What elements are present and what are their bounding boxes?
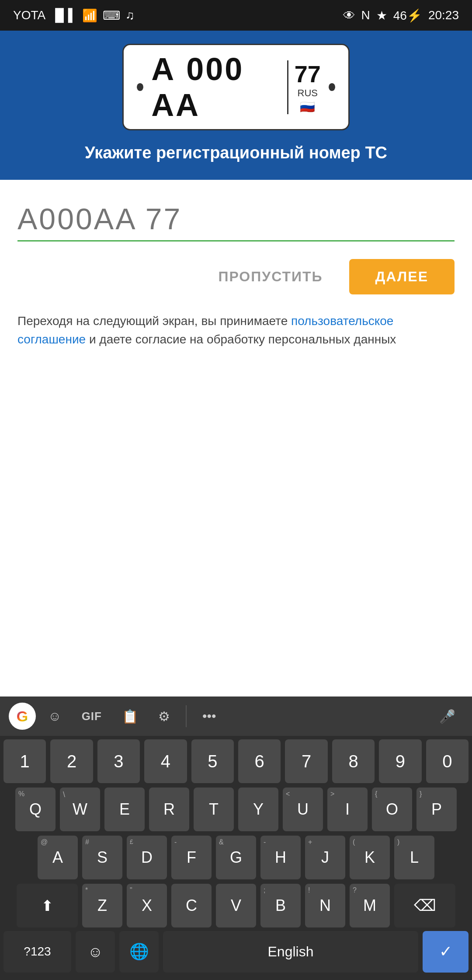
globe-key[interactable]: 🌐 xyxy=(119,931,159,973)
key-v[interactable]: V xyxy=(216,884,256,928)
status-left: YOTA ▐▌▌ 📶 ⌨ ♫ xyxy=(13,8,135,23)
keyboard-a-row: @A #S £D -F &G -H +J (K )L xyxy=(3,836,469,879)
keyboard-icon: ⌨ xyxy=(103,8,120,23)
music-icon: ♫ xyxy=(125,8,135,22)
key-d[interactable]: £D xyxy=(127,836,167,879)
emoji-key[interactable]: ☺ xyxy=(76,931,115,973)
keyboard-number-row-wrapper: 1 2 3 4 5 6 7 8 9 0 %Q \W E R T Y <U >I … xyxy=(0,736,472,928)
key-7[interactable]: 7 xyxy=(285,739,327,783)
license-plate: А 000 АА 77 RUS 🇷🇺 xyxy=(122,44,350,130)
keyboard-bottom-row: ?123 ☺ 🌐 English ✓ xyxy=(0,932,472,980)
key-a[interactable]: @A xyxy=(38,836,78,879)
main-content: ПРОПУСТИТЬ ДАЛЕЕ Переходя на следующий э… xyxy=(0,180,472,362)
plate-region-number: 77 xyxy=(295,60,321,88)
backspace-key[interactable]: ⌫ xyxy=(394,884,455,928)
key-0[interactable]: 0 xyxy=(426,739,469,783)
eye-icon: 👁 xyxy=(343,8,355,23)
settings-toolbar-button[interactable]: ⚙ xyxy=(150,704,178,728)
disclaimer-suffix: и даете согласие на обработку персональн… xyxy=(86,332,396,346)
nfc-icon: N xyxy=(361,8,370,22)
signal-icon: ▐▌▌ xyxy=(51,8,77,22)
key-s[interactable]: #S xyxy=(82,836,122,879)
plate-region-label: RUS xyxy=(298,88,318,99)
key-e[interactable]: E xyxy=(104,788,145,831)
key-g[interactable]: &G xyxy=(216,836,256,879)
key-c[interactable]: C xyxy=(171,884,212,928)
enter-key[interactable]: ✓ xyxy=(423,931,469,973)
carrier-label: YOTA xyxy=(13,8,45,22)
key-5[interactable]: 5 xyxy=(191,739,234,783)
mic-toolbar-button[interactable]: 🎤 xyxy=(431,704,463,728)
clipboard-toolbar-button[interactable]: 📋 xyxy=(114,704,146,728)
keyboard-z-row: ⬆ *Z "X C V ;B !N ?M ⌫ xyxy=(3,884,469,928)
key-k[interactable]: (K xyxy=(350,836,390,879)
key-3[interactable]: 3 xyxy=(97,739,140,783)
key-b[interactable]: ;B xyxy=(260,884,301,928)
key-p[interactable]: }P xyxy=(416,788,457,831)
plate-region: 77 RUS 🇷🇺 xyxy=(287,60,321,114)
key-x[interactable]: "X xyxy=(127,884,167,928)
key-8[interactable]: 8 xyxy=(332,739,375,783)
key-u[interactable]: <U xyxy=(283,788,323,831)
header-title: Укажите регистрационный номер ТС xyxy=(85,144,387,162)
more-toolbar-button[interactable]: ••• xyxy=(194,704,224,728)
key-2[interactable]: 2 xyxy=(50,739,93,783)
key-q[interactable]: %Q xyxy=(15,788,56,831)
on-screen-keyboard: G ☺ GIF 📋 ⚙ ••• 🎤 1 2 3 4 5 6 7 8 9 0 %Q… xyxy=(0,696,472,980)
skip-button[interactable]: ПРОПУСТИТЬ xyxy=(205,259,336,294)
plate-flag-icon: 🇷🇺 xyxy=(300,100,315,114)
status-bar: YOTA ▐▌▌ 📶 ⌨ ♫ 👁 N ★ 46⚡ 20:23 xyxy=(0,0,472,31)
key-r[interactable]: R xyxy=(149,788,189,831)
key-j[interactable]: +J xyxy=(305,836,345,879)
plate-number-input[interactable] xyxy=(17,197,455,242)
key-1[interactable]: 1 xyxy=(3,739,46,783)
space-key[interactable]: English xyxy=(163,931,418,973)
key-9[interactable]: 9 xyxy=(379,739,421,783)
key-l[interactable]: )L xyxy=(394,836,434,879)
key-4[interactable]: 4 xyxy=(144,739,187,783)
buttons-row: ПРОПУСТИТЬ ДАЛЕЕ xyxy=(17,259,455,294)
key-w[interactable]: \W xyxy=(60,788,100,831)
disclaimer-text: Переходя на следующий экран, вы принимае… xyxy=(17,312,455,349)
key-o[interactable]: {O xyxy=(372,788,412,831)
battery-label: 46⚡ xyxy=(393,8,422,23)
disclaimer-prefix: Переходя на следующий экран, вы принимае… xyxy=(17,314,291,328)
keyboard-toolbar: G ☺ GIF 📋 ⚙ ••• 🎤 xyxy=(0,696,472,736)
gif-toolbar-button[interactable]: GIF xyxy=(74,705,110,728)
key-h[interactable]: -H xyxy=(260,836,301,879)
key-n[interactable]: !N xyxy=(305,884,345,928)
status-right: 👁 N ★ 46⚡ 20:23 xyxy=(343,8,459,23)
key-i[interactable]: >I xyxy=(327,788,368,831)
time-label: 20:23 xyxy=(428,8,459,22)
plate-number-text: А 000 АА xyxy=(151,51,279,123)
numbers-switch-key[interactable]: ?123 xyxy=(3,931,71,973)
key-f[interactable]: -F xyxy=(171,836,212,879)
toolbar-divider xyxy=(186,705,187,727)
key-6[interactable]: 6 xyxy=(238,739,281,783)
plate-input-section[interactable] xyxy=(17,197,455,242)
next-button[interactable]: ДАЛЕЕ xyxy=(349,259,455,294)
header: А 000 АА 77 RUS 🇷🇺 Укажите регистрационн… xyxy=(0,31,472,180)
emoji-toolbar-button[interactable]: ☺ xyxy=(40,704,69,728)
key-m[interactable]: ?M xyxy=(350,884,390,928)
key-t[interactable]: T xyxy=(194,788,234,831)
plate-dot-right xyxy=(329,83,335,91)
keyboard-number-row: 1 2 3 4 5 6 7 8 9 0 xyxy=(3,739,469,783)
key-y[interactable]: Y xyxy=(238,788,278,831)
keyboard-q-row: %Q \W E R T Y <U >I {O }P xyxy=(3,788,469,831)
shift-key[interactable]: ⬆ xyxy=(17,884,78,928)
bluetooth-icon: ★ xyxy=(376,8,387,23)
wifi-icon: 📶 xyxy=(82,8,97,23)
key-z[interactable]: *Z xyxy=(82,884,122,928)
google-keyboard-button[interactable]: G xyxy=(9,703,36,730)
plate-dot-left xyxy=(137,83,143,91)
